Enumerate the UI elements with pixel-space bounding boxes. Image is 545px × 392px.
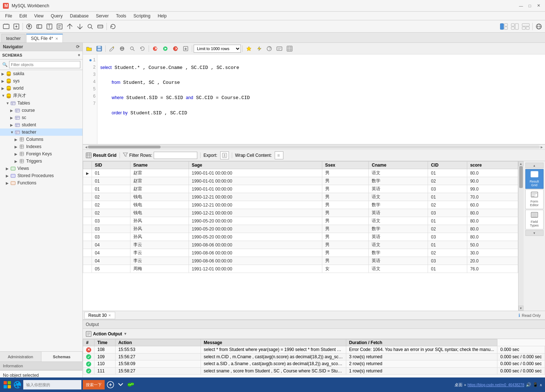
col-header-score[interactable]: score: [467, 162, 518, 169]
output-row[interactable]: ✕10815:55:53select * from Student where …: [83, 346, 545, 354]
h-scroll-track[interactable]: [88, 146, 540, 148]
menu-edit[interactable]: Edit: [16, 13, 31, 19]
menu-file[interactable]: File: [1, 13, 16, 19]
tree-item-student[interactable]: ▶ student: [0, 121, 82, 128]
taskbar-up-icon[interactable]: ∧: [540, 383, 542, 387]
toolbar-new-schema[interactable]: [1, 22, 11, 31]
limit-rows-select[interactable]: Limit to 1000 rows Limit to 200 rows Lim…: [194, 45, 241, 53]
table-row[interactable]: 03孙风1990-05-20 00:00:00男英语0380.0: [83, 233, 518, 241]
action-output-group[interactable]: Action Output ▼: [86, 331, 127, 337]
properties-btn[interactable]: [117, 44, 127, 53]
export-results-btn[interactable]: [181, 44, 190, 53]
tree-item-custom-db[interactable]: ▼ 庠兴才: [0, 92, 82, 99]
toolbar-globe[interactable]: [534, 22, 544, 31]
toolbar-btn-6[interactable]: [55, 22, 64, 31]
taskbar-nav-icon-2[interactable]: [116, 380, 125, 389]
menu-tools[interactable]: Tools: [112, 13, 130, 19]
open-file-btn[interactable]: [84, 44, 94, 53]
flash-btn[interactable]: [254, 44, 264, 53]
v-scroll-down-btn[interactable]: ▼: [518, 306, 524, 311]
minimize-btn[interactable]: —: [517, 2, 525, 9]
tree-item-views[interactable]: ▶ Views: [0, 165, 82, 172]
toolbar-layout-3[interactable]: [521, 22, 531, 31]
tree-item-course[interactable]: ▶ course: [0, 107, 82, 114]
tree-item-teacher[interactable]: ▼ teacher: [0, 128, 82, 136]
tab-teacher[interactable]: teacher: [1, 34, 25, 42]
wrap-btn[interactable]: ≡: [275, 151, 283, 159]
action-output-dropdown[interactable]: ▼: [124, 332, 127, 336]
tree-item-columns[interactable]: ▶ Columns: [0, 136, 82, 143]
v-scroll-track[interactable]: [518, 166, 524, 306]
tree-item-foreign-keys[interactable]: ▶ Foreign Keys: [0, 150, 82, 158]
right-scroll-down[interactable]: ▼: [525, 230, 544, 236]
tree-item-tables[interactable]: ▼ Tables: [0, 99, 82, 107]
v-scroll-up-btn[interactable]: ▲: [518, 161, 524, 166]
tree-item-indexes[interactable]: ▶ Indexes: [0, 143, 82, 150]
taskbar-wechat-icon[interactable]: [126, 380, 135, 389]
output-row[interactable]: ✓11115:58:27select sname , score from St…: [83, 367, 545, 375]
close-btn[interactable]: ✕: [535, 2, 542, 9]
menu-server[interactable]: Server: [92, 13, 112, 19]
result-grid-panel-btn[interactable]: ResultGrid: [525, 169, 544, 189]
start-icon[interactable]: [3, 380, 12, 389]
save-btn[interactable]: [94, 44, 104, 53]
table-row[interactable]: 02钱电1990-12-21 00:00:00男语文0170.0: [83, 193, 518, 201]
menu-database[interactable]: Database: [66, 13, 92, 19]
v-scrollbar[interactable]: ▲ ▼: [518, 161, 523, 311]
maximize-btn[interactable]: □: [526, 2, 533, 9]
filter-objects-input[interactable]: [9, 61, 80, 68]
schema-btn[interactable]: [275, 44, 284, 53]
undo-btn[interactable]: [138, 44, 147, 53]
toolbar-btn-7[interactable]: [65, 22, 74, 31]
edit-btn[interactable]: [107, 44, 117, 53]
table-row[interactable]: 01赵雷1990-01-01 00:00:00男英语0399.0: [83, 185, 518, 193]
tree-item-sc[interactable]: ▶ sc: [0, 114, 82, 121]
toolbar-btn-4[interactable]: [35, 22, 44, 31]
sidebar-tab-schemas[interactable]: Schemas: [41, 352, 83, 362]
table-row[interactable]: 02钱电1990-12-21 00:00:00男数学0260.0: [83, 201, 518, 209]
star-btn[interactable]: [244, 44, 254, 53]
browser-icon[interactable]: [13, 380, 22, 389]
h-scroll-right[interactable]: ▶: [540, 146, 544, 149]
export-btn[interactable]: [220, 151, 229, 159]
tree-item-sys[interactable]: ▶ sys: [0, 77, 82, 85]
code-area[interactable]: select Student.* , Course.Cname , SC.CID…: [97, 54, 545, 144]
col-header-sid[interactable]: SID: [92, 162, 130, 169]
table-row[interactable]: ▶01赵雷1990-01-01 00:00:00男语文0180.0: [83, 169, 518, 177]
toolbar-btn-10[interactable]: [96, 22, 105, 31]
h-scroll-bar[interactable]: ◀ ▶: [83, 144, 545, 150]
col-header-cname[interactable]: Cname: [369, 162, 428, 169]
execute-btn[interactable]: [161, 44, 170, 53]
toolbar-btn-3[interactable]: [24, 22, 34, 31]
tree-item-triggers[interactable]: ▶ Triggers: [0, 158, 82, 165]
table-row[interactable]: 04李云1990-08-06 00:00:00男英语0320.0: [83, 257, 518, 265]
col-header-cid[interactable]: CID: [428, 162, 467, 169]
result-table-container[interactable]: SID Sname Sage Ssex Cname CID score: [83, 161, 518, 311]
tab-sql-file-4[interactable]: SQL File 4* ✕: [26, 34, 63, 42]
toolbar-refresh[interactable]: [108, 22, 118, 31]
menu-view[interactable]: View: [31, 13, 47, 19]
filter-rows-input[interactable]: [154, 152, 197, 159]
explain-btn[interactable]: ?: [265, 44, 274, 53]
stop-btn[interactable]: ✕: [150, 44, 160, 53]
output-row[interactable]: ✓10915:56:27select m.CID , m.Cname , cas…: [83, 353, 545, 360]
toolbar-btn-8[interactable]: [75, 22, 85, 31]
col-header-sname[interactable]: Sname: [130, 162, 189, 169]
taskbar-search-btn[interactable]: 搜索一下: [83, 380, 105, 389]
taskbar-search-input[interactable]: [23, 380, 81, 389]
table-row[interactable]: 02钱电1990-12-21 00:00:00男英语0380.0: [83, 209, 518, 217]
menu-query[interactable]: Query: [47, 13, 66, 19]
sidebar-refresh-icon[interactable]: ⟳: [76, 44, 80, 49]
schemas-add-icon[interactable]: +: [78, 53, 80, 58]
h-scroll-thumb[interactable]: [88, 146, 161, 148]
field-types-panel-btn[interactable]: FieldTypes: [525, 210, 544, 229]
toolbar-layout-1[interactable]: [499, 22, 509, 31]
result-30-close[interactable]: ✕: [108, 314, 111, 317]
tree-item-sakila[interactable]: ▶ sakila: [0, 70, 82, 77]
tree-item-world[interactable]: ▶ world: [0, 85, 82, 92]
toolbar-btn-9[interactable]: [85, 22, 95, 31]
result-30-tab[interactable]: Result 30 ✕: [84, 312, 115, 319]
toolbar-btn-2[interactable]: [12, 22, 21, 31]
v-scroll-thumb[interactable]: [519, 166, 523, 188]
toolbar-btn-5[interactable]: T: [45, 22, 54, 31]
